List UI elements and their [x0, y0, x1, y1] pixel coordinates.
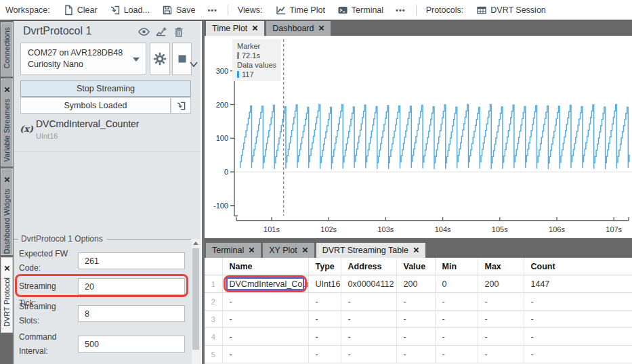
load-symbols-button[interactable]: [171, 97, 191, 114]
trash-icon[interactable]: [173, 26, 184, 38]
streaming-tick-input[interactable]: [78, 278, 185, 295]
table-cell-type[interactable]: -: [308, 328, 341, 346]
sidebar-tab-variable-streamers[interactable]: Variable Streamers: [1, 78, 13, 166]
col-header-count[interactable]: Count: [524, 258, 632, 275]
close-icon[interactable]: [4, 262, 10, 274]
close-icon[interactable]: [413, 246, 419, 255]
close-icon[interactable]: [302, 246, 308, 255]
stop-button[interactable]: [172, 43, 192, 75]
field-label: Command Interval:: [19, 330, 75, 359]
table-cell-min[interactable]: 0: [435, 275, 478, 293]
table-cell-min[interactable]: -: [435, 293, 478, 311]
table-row[interactable]: 4 - - - - - - -: [205, 328, 632, 346]
table-cell-count[interactable]: -: [524, 311, 632, 328]
dvrt-session-button[interactable]: DVRT Session: [470, 1, 552, 19]
table-cell-type[interactable]: -: [308, 311, 341, 328]
table-row[interactable]: 2 - - - - - - -: [205, 293, 632, 311]
col-header-name[interactable]: Name: [222, 258, 308, 275]
expected-fw-code-input[interactable]: [78, 252, 185, 269]
chart-plus-icon[interactable]: [155, 26, 167, 37]
save-button[interactable]: Save: [156, 1, 202, 19]
stop-streaming-button[interactable]: Stop Streaming: [20, 81, 191, 97]
options-scrollbar[interactable]: [192, 239, 200, 364]
table-row[interactable]: 1 DVCmdInterval_Counter UInt16 0x0000411…: [205, 275, 632, 293]
connection-dropdown[interactable]: COM27 on AVR128DB48 Curiosity Nano: [20, 43, 146, 75]
close-icon[interactable]: [318, 24, 324, 33]
table-row[interactable]: 5 - - - - - - -: [205, 346, 632, 363]
close-icon[interactable]: [252, 24, 258, 33]
command-interval-row: Command Interval:: [14, 330, 191, 360]
table-cell-name[interactable]: -: [222, 346, 308, 363]
terminal-view-button[interactable]: Terminal: [331, 1, 389, 19]
tab-time-plot[interactable]: Time Plot: [206, 21, 264, 36]
scrollbar-thumb[interactable]: [192, 248, 199, 350]
sidebar-tab-dvrt-protocol[interactable]: DVRT Protocol: [1, 257, 13, 333]
protocols-label: Protocols:: [426, 5, 464, 15]
table-cell-type[interactable]: -: [308, 346, 341, 363]
table-header-row: Name Type Address Value Min Max Count: [205, 258, 632, 275]
close-icon[interactable]: [4, 173, 10, 185]
row-number: 4: [205, 328, 222, 346]
table-cell-min[interactable]: -: [435, 311, 478, 328]
table-cell-name[interactable]: -: [222, 293, 308, 311]
sidebar-tab-label: DVRT Protocol: [2, 277, 12, 327]
close-icon[interactable]: [249, 246, 255, 255]
table-cell-value[interactable]: -: [396, 311, 435, 328]
table-cell-max[interactable]: -: [478, 328, 524, 346]
command-interval-input[interactable]: [78, 336, 185, 352]
col-header-min[interactable]: Min: [435, 258, 478, 275]
table-cell-address[interactable]: -: [341, 346, 396, 363]
col-header-max[interactable]: Max: [478, 258, 524, 275]
clear-button[interactable]: Clear: [57, 1, 104, 19]
time-plot-view-button[interactable]: Time Plot: [270, 1, 331, 19]
table-cell-type[interactable]: -: [308, 293, 341, 311]
table-cell-max[interactable]: -: [478, 293, 524, 311]
time-plot-canvas[interactable]: Marker 72.1s Data values 117 3002001000-…: [205, 36, 632, 238]
variable-streamer-item[interactable]: (x) DVCmdInterval_Counter UInt16: [14, 116, 201, 152]
symbols-loaded-button[interactable]: Symbols Loaded: [20, 97, 171, 114]
table-cell-value[interactable]: -: [396, 293, 435, 311]
table-cell-value[interactable]: 200: [396, 275, 435, 293]
table-cell-address[interactable]: -: [341, 328, 396, 346]
collapse-chevron-icon[interactable]: [189, 60, 198, 68]
tab-dashboard[interactable]: Dashboard: [266, 21, 331, 36]
tab-terminal[interactable]: Terminal: [206, 243, 261, 258]
sidebar-tab-dashboard-widgets[interactable]: Dashboard Widgets: [1, 168, 13, 255]
table-cell-count[interactable]: -: [524, 293, 632, 311]
sidebar-tab-connections[interactable]: Connections: [1, 22, 13, 76]
table-cell-value[interactable]: -: [396, 328, 435, 346]
gear-button[interactable]: [150, 43, 170, 75]
col-header-value[interactable]: Value: [396, 258, 435, 275]
table-cell-min[interactable]: -: [435, 328, 478, 346]
legend-value: 117: [242, 70, 254, 78]
col-header-address[interactable]: Address: [341, 258, 396, 275]
svg-text:107s: 107s: [606, 225, 622, 233]
table-row[interactable]: 3 - - - - - - -: [205, 311, 632, 328]
table-cell-name[interactable]: -: [222, 311, 308, 328]
streaming-slots-input[interactable]: [78, 305, 185, 322]
table-cell-name[interactable]: DVCmdInterval_Counter: [222, 275, 308, 293]
scroll-up-icon[interactable]: [193, 242, 198, 245]
load-button[interactable]: Load...: [104, 1, 156, 19]
table-cell-address[interactable]: -: [341, 311, 396, 328]
table-cell-min[interactable]: -: [435, 346, 478, 363]
col-header-type[interactable]: Type: [308, 258, 341, 275]
eye-icon[interactable]: [138, 26, 150, 37]
table-cell-address[interactable]: 0x00004112: [341, 275, 396, 293]
table-cell-max[interactable]: -: [478, 346, 524, 363]
table-cell-max[interactable]: -: [478, 311, 524, 328]
table-cell-type[interactable]: UInt16: [308, 275, 341, 293]
table-cell-name[interactable]: -: [222, 328, 308, 346]
table-cell-value[interactable]: -: [396, 346, 435, 363]
tab-label: Time Plot: [212, 24, 247, 33]
table-cell-max[interactable]: 200: [478, 275, 524, 293]
tab-xy-plot[interactable]: XY Plot: [263, 243, 314, 258]
table-cell-count[interactable]: -: [524, 328, 632, 346]
close-icon[interactable]: [4, 83, 10, 95]
table-cell-address[interactable]: -: [341, 293, 396, 311]
views-more-button[interactable]: •••: [389, 1, 412, 19]
workspace-more-button[interactable]: •••: [201, 1, 224, 19]
tab-dvrt-streaming-table[interactable]: DVRT Streaming Table: [316, 243, 425, 258]
table-cell-count[interactable]: 1447: [524, 275, 632, 293]
table-cell-count[interactable]: -: [524, 346, 632, 363]
